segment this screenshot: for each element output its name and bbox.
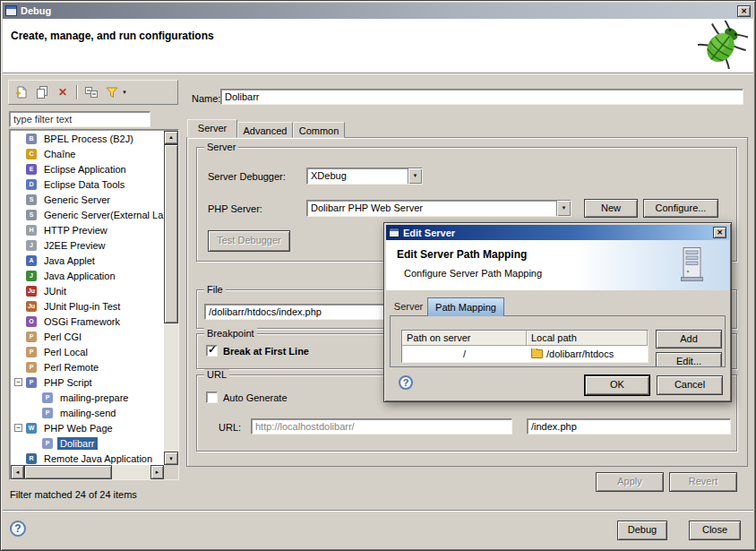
tree-item-eclipse-application[interactable]: EEclipse Application bbox=[11, 161, 164, 176]
server-debugger-label: Server Debugger: bbox=[208, 171, 286, 182]
tree-item-php-web-page[interactable]: −WPHP Web Page bbox=[11, 420, 164, 435]
tree-item-bpel-process-b2j[interactable]: BBPEL Process (B2J) bbox=[11, 131, 164, 146]
tree-item-cha-ne[interactable]: CChaîne bbox=[11, 146, 164, 161]
cancel-button-label: Cancel bbox=[674, 376, 705, 390]
add-mapping-button[interactable]: Add bbox=[656, 330, 722, 349]
new-configuration-button[interactable] bbox=[13, 83, 30, 101]
configure-server-button[interactable]: Configure... bbox=[643, 199, 718, 218]
name-input[interactable] bbox=[220, 89, 743, 105]
mapping-server-path: / bbox=[402, 349, 527, 359]
tab-common[interactable]: Common bbox=[293, 122, 345, 138]
tree-item-eclipse-data-tools[interactable]: DEclipse Data Tools bbox=[11, 176, 164, 192]
eclipse-bug-icon bbox=[698, 21, 748, 69]
vertical-scroll-thumb[interactable] bbox=[164, 144, 178, 323]
dialog-tab-path-mapping[interactable]: Path Mapping bbox=[427, 297, 504, 316]
dialog-close-button[interactable]: ✕ bbox=[713, 227, 726, 238]
duplicate-configuration-button[interactable] bbox=[33, 83, 51, 101]
dialog-help-button[interactable]: ? bbox=[399, 375, 413, 390]
tree-item-label: Generic Server bbox=[41, 194, 113, 206]
tree-item-java-application[interactable]: JJava Application bbox=[11, 268, 164, 283]
tab-advanced[interactable]: Advanced bbox=[237, 122, 293, 138]
edit-mapping-button-label: Edit... bbox=[676, 353, 701, 366]
php-file-icon: P bbox=[42, 392, 53, 403]
tree-item-perl-cgi[interactable]: PPerl CGI bbox=[11, 329, 164, 344]
dialog-title: Edit Server bbox=[403, 228, 713, 238]
scroll-down-button[interactable]: ▼ bbox=[164, 452, 178, 465]
tree-item-perl-remote[interactable]: PPerl Remote bbox=[11, 359, 164, 375]
new-server-button[interactable]: New bbox=[584, 199, 638, 218]
window-title: Debug bbox=[21, 5, 737, 16]
tree-item-generic-server[interactable]: SGeneric Server bbox=[11, 192, 164, 207]
tree-item-label: JUnit Plug-in Test bbox=[41, 300, 123, 313]
tree-item-junit-plug-in-test[interactable]: JuJUnit Plug-in Test bbox=[11, 298, 164, 314]
dropdown-arrow-icon[interactable]: ▼ bbox=[408, 168, 422, 184]
tree-item-http-preview[interactable]: HHTTP Preview bbox=[11, 222, 164, 237]
php-file-icon: P bbox=[42, 438, 53, 449]
column-path-on-server[interactable]: Path on server bbox=[402, 331, 527, 346]
bpel-process-icon: B bbox=[26, 133, 37, 144]
config-tree[interactable]: BBPEL Process (B2J)CChaîneEEclipse Appli… bbox=[11, 131, 164, 465]
url-base-input[interactable] bbox=[251, 418, 512, 435]
tree-item-java-applet[interactable]: AJava Applet bbox=[11, 253, 164, 268]
expander-spacer bbox=[14, 302, 22, 310]
filter-menu-arrow-icon[interactable]: ▼ bbox=[122, 90, 127, 95]
ok-button[interactable]: OK bbox=[585, 375, 649, 395]
filter-button[interactable] bbox=[103, 83, 121, 101]
auto-generate-checkbox[interactable] bbox=[206, 392, 218, 403]
horizontal-scroll-thumb[interactable] bbox=[24, 465, 112, 479]
apply-button[interactable]: Apply bbox=[596, 472, 664, 492]
check-icon: ✓ bbox=[208, 343, 217, 356]
expander-spacer bbox=[14, 195, 22, 203]
tree-item-label: Chaîne bbox=[41, 148, 78, 160]
tree-horizontal-scrollbar[interactable]: ◄ ► bbox=[11, 465, 164, 479]
dialog-banner: Edit Server Path Mapping Configure Serve… bbox=[386, 240, 729, 290]
titlebar[interactable]: Debug ✕ bbox=[3, 3, 753, 19]
mapping-row[interactable]: //dolibarr/htdocs bbox=[402, 346, 648, 362]
tree-item-mailing-prepare[interactable]: Pmailing-prepare bbox=[11, 390, 164, 405]
tree-item-mailing-send[interactable]: Pmailing-send bbox=[11, 405, 164, 420]
php-server-select[interactable]: Dolibarr PHP Web Server ▼ bbox=[306, 200, 571, 217]
tree-item-osgi-framework[interactable]: OOSGi Framework bbox=[11, 314, 164, 329]
help-button[interactable]: ? bbox=[10, 521, 26, 537]
java-applet-icon: A bbox=[26, 255, 37, 266]
tree-item-junit[interactable]: JuJUnit bbox=[11, 283, 164, 298]
column-local-path[interactable]: Local path bbox=[527, 331, 648, 346]
url-group-label: URL bbox=[204, 369, 229, 380]
apply-button-label: Apply bbox=[617, 473, 642, 486]
collapse-expander-icon[interactable]: − bbox=[14, 424, 22, 432]
tree-item-generic-server-external-la[interactable]: SGeneric Server(External La bbox=[11, 207, 164, 222]
scroll-up-button[interactable]: ▲ bbox=[164, 131, 178, 144]
scroll-right-button[interactable]: ► bbox=[150, 465, 164, 479]
tree-vertical-scrollbar[interactable]: ▲ ▼ bbox=[164, 131, 178, 465]
tree-item-remote-java-application[interactable]: RRemote Java Application bbox=[11, 451, 164, 465]
tree-item-label: OSGi Framework bbox=[41, 315, 123, 328]
tree-indent bbox=[11, 397, 30, 398]
debug-button[interactable]: Debug bbox=[617, 521, 667, 540]
tree-item-dolibarr[interactable]: PDolibarr bbox=[11, 435, 164, 451]
generic-server-external-icon: S bbox=[26, 210, 37, 220]
tree-item-perl-local[interactable]: PPerl Local bbox=[11, 344, 164, 359]
name-label: Name: bbox=[192, 93, 220, 104]
tab-server[interactable]: Server bbox=[187, 119, 237, 138]
cancel-button[interactable]: Cancel bbox=[657, 375, 723, 395]
tree-item-php-script[interactable]: −PPHP Script bbox=[11, 375, 164, 390]
break-at-first-line-checkbox[interactable]: ✓ bbox=[206, 345, 218, 357]
dialog-tab-server[interactable]: Server bbox=[390, 297, 427, 315]
filter-input[interactable] bbox=[9, 111, 150, 127]
url-path-input[interactable] bbox=[527, 418, 731, 435]
edit-mapping-button[interactable]: Edit... bbox=[656, 352, 722, 367]
server-debugger-select[interactable]: XDebug ▼ bbox=[306, 168, 423, 185]
tree-item-j2ee-preview[interactable]: JJ2EE Preview bbox=[11, 237, 164, 253]
junit-plugin-test-icon: Ju bbox=[26, 301, 37, 312]
scroll-left-button[interactable]: ◄ bbox=[11, 465, 24, 479]
close-button[interactable]: Close bbox=[689, 521, 741, 540]
delete-configuration-button[interactable]: ✕ bbox=[54, 83, 72, 101]
revert-button[interactable]: Revert bbox=[669, 472, 737, 492]
dialog-titlebar[interactable]: Edit Server ✕ bbox=[386, 225, 729, 240]
dropdown-arrow-icon[interactable]: ▼ bbox=[556, 201, 571, 216]
test-debugger-button[interactable]: Test Debugger bbox=[208, 230, 290, 252]
collapse-all-button[interactable] bbox=[82, 83, 100, 101]
window-close-button[interactable]: ✕ bbox=[737, 5, 751, 17]
collapse-expander-icon[interactable]: − bbox=[14, 378, 22, 386]
j2ee-preview-icon: J bbox=[26, 240, 37, 251]
